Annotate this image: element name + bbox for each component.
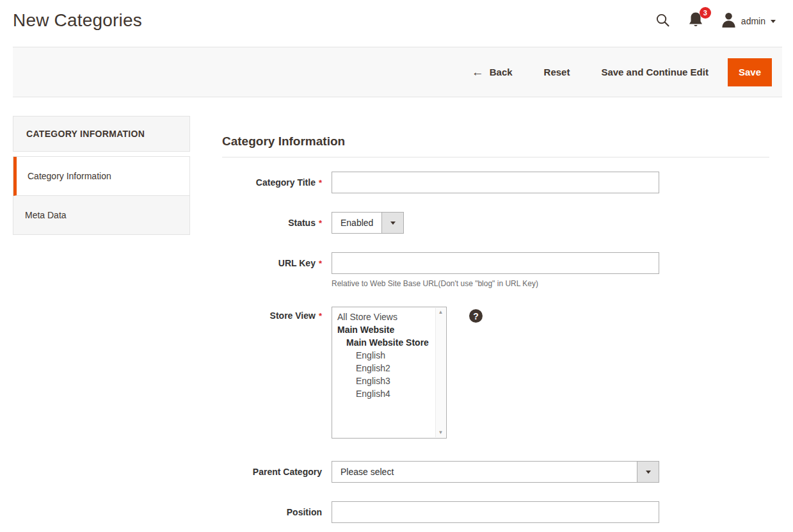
- store-view-scrollbar[interactable]: ▲ ▼: [435, 308, 445, 437]
- scroll-up-icon[interactable]: ▲: [438, 310, 444, 315]
- required-mark: *: [319, 259, 322, 268]
- select-arrow-box: [637, 462, 659, 482]
- url-key-input[interactable]: [332, 252, 659, 274]
- url-key-note: Relative to Web Site Base URL(Don't use …: [332, 279, 769, 288]
- user-icon: [721, 12, 736, 30]
- main-panel: Category Information Category Title* Sta…: [222, 116, 769, 532]
- category-title-label: Category Title*: [222, 172, 332, 193]
- chevron-down-icon: [646, 471, 651, 474]
- top-header: New Categories 3: [0, 0, 793, 40]
- admin-page: New Categories 3: [0, 0, 793, 532]
- store-view-option[interactable]: Main Website Store: [332, 336, 431, 349]
- store-view-multiselect[interactable]: All Store ViewsMain WebsiteMain Website …: [332, 307, 447, 439]
- required-mark: *: [319, 218, 322, 228]
- store-view-option[interactable]: English4: [332, 387, 431, 400]
- back-button[interactable]: ← Back: [472, 66, 513, 78]
- store-view-label: Store View*: [222, 307, 332, 439]
- help-icon[interactable]: ?: [469, 309, 483, 323]
- status-label: Status*: [222, 212, 332, 234]
- page-title: New Categories: [13, 10, 142, 31]
- back-arrow-icon: ←: [472, 66, 484, 78]
- position-label: Position: [222, 501, 332, 523]
- store-view-option[interactable]: English2: [332, 362, 431, 375]
- position-input[interactable]: [332, 501, 659, 523]
- field-status: Status* Enabled: [222, 212, 769, 234]
- section-title: Category Information: [222, 134, 769, 157]
- reset-button[interactable]: Reset: [544, 67, 570, 77]
- required-mark: *: [319, 311, 322, 321]
- notification-count-badge: 3: [700, 7, 711, 19]
- back-button-label: Back: [490, 67, 513, 77]
- search-icon: [655, 13, 670, 29]
- reset-button-label: Reset: [544, 67, 570, 77]
- sidebar-item-category-information[interactable]: Category Information: [13, 157, 189, 196]
- admin-user-label: admin: [741, 16, 765, 26]
- store-view-list: All Store ViewsMain WebsiteMain Website …: [332, 310, 431, 400]
- sidebar-nav: CATEGORY INFORMATION Category Informatio…: [13, 116, 190, 235]
- field-category-title: Category Title*: [222, 172, 769, 193]
- sidebar-header: CATEGORY INFORMATION: [13, 116, 190, 152]
- search-button[interactable]: [655, 13, 670, 29]
- status-select-value: Enabled: [332, 213, 381, 233]
- page-actions-toolbar: ← Back Reset Save and Continue Edit Save: [13, 47, 782, 97]
- save-button[interactable]: Save: [728, 58, 772, 86]
- sidebar-items: Category InformationMeta Data: [13, 156, 190, 235]
- content: CATEGORY INFORMATION Category Informatio…: [0, 116, 793, 532]
- store-view-option[interactable]: Main Website: [332, 323, 431, 336]
- status-select[interactable]: Enabled: [332, 212, 404, 234]
- save-and-continue-label: Save and Continue Edit: [601, 67, 709, 77]
- field-parent-category: Parent Category Please select: [222, 461, 769, 483]
- store-view-option[interactable]: English3: [332, 375, 431, 387]
- store-view-option[interactable]: All Store Views: [332, 310, 431, 323]
- field-store-view: Store View* All Store ViewsMain WebsiteM…: [222, 307, 769, 439]
- header-actions: 3 admin: [655, 10, 776, 31]
- sidebar-item-meta-data[interactable]: Meta Data: [13, 196, 189, 235]
- chevron-down-icon: [390, 222, 396, 225]
- field-url-key: URL Key* Relative to Web Site Base URL(D…: [222, 252, 769, 288]
- save-and-continue-button[interactable]: Save and Continue Edit: [601, 67, 709, 77]
- url-key-label: URL Key*: [222, 252, 332, 288]
- store-view-option[interactable]: English: [332, 349, 431, 362]
- category-form: Category Title* Status* Enabled: [222, 157, 769, 523]
- select-arrow-box: [381, 213, 403, 233]
- parent-category-label: Parent Category: [222, 461, 332, 483]
- required-mark: *: [319, 178, 322, 188]
- category-title-input[interactable]: [332, 172, 659, 193]
- parent-category-select[interactable]: Please select: [332, 461, 659, 483]
- scroll-down-icon[interactable]: ▼: [438, 430, 444, 435]
- notifications-button[interactable]: 3: [688, 12, 703, 31]
- field-position: Position: [222, 501, 769, 523]
- chevron-down-icon: [771, 20, 776, 23]
- admin-user-menu[interactable]: admin: [721, 12, 776, 30]
- parent-category-select-value: Please select: [332, 462, 637, 482]
